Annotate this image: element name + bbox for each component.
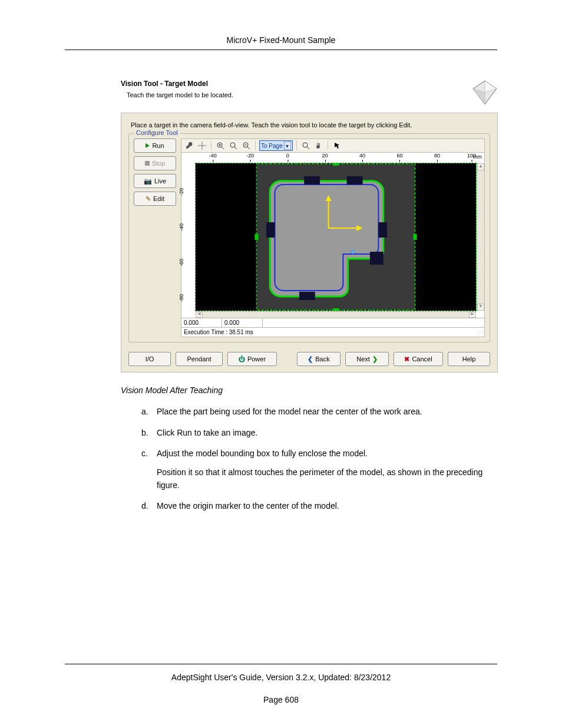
help-button[interactable]: Help (448, 352, 490, 366)
pencil-icon: ✎ (146, 195, 151, 203)
edit-label: Edit (153, 195, 164, 202)
viewer-toolbar: To Page ▾ (181, 139, 485, 152)
svg-line-10 (234, 147, 237, 149)
io-button[interactable]: I/O (128, 352, 171, 366)
camera-icon: 📷 (144, 177, 152, 185)
ruler-y: -20 -40 -60 -80 (181, 163, 196, 311)
svg-rect-18 (304, 176, 320, 185)
horizontal-scrollbar[interactable]: ◄ ► (196, 311, 476, 318)
wizard-title: Vision Tool - Target Model (121, 80, 472, 88)
pointer-icon[interactable] (332, 140, 342, 151)
step-c-note: Position it so that it almost touches th… (157, 466, 497, 492)
run-button[interactable]: Run (134, 139, 176, 153)
figure-caption: Vision Model After Teaching (121, 386, 497, 395)
magnifier-icon[interactable] (300, 140, 311, 151)
power-label: Power (247, 355, 266, 363)
power-button[interactable]: ⏻ Power (227, 352, 277, 366)
step-a: a.Place the part being used for the mode… (141, 406, 497, 419)
zoom-out-icon[interactable] (241, 140, 252, 151)
wrench-icon[interactable] (184, 140, 194, 151)
coordinate-readouts: 0.000 0.000 (181, 318, 485, 328)
svg-rect-19 (347, 176, 363, 185)
run-label: Run (152, 142, 164, 149)
chevron-down-icon: ▾ (284, 141, 291, 150)
scroll-left-icon[interactable]: ◄ (196, 312, 203, 318)
footer-text: AdeptSight User's Guide, Version 3.2.x, … (65, 673, 497, 682)
cancel-label: Cancel (412, 355, 432, 363)
stop-button[interactable]: Stop (134, 156, 176, 170)
page-number: Page 608 (65, 695, 497, 704)
help-label: Help (462, 355, 476, 363)
stop-label: Stop (152, 160, 166, 167)
play-icon (146, 143, 150, 148)
readout-x: 0.000 (181, 318, 222, 327)
scroll-right-icon[interactable]: ► (469, 312, 476, 318)
svg-line-12 (247, 147, 250, 149)
step-d: d.Move the origin marker to the center o… (141, 500, 497, 513)
camera-image[interactable] (196, 163, 476, 311)
step-c: c.Adjust the model bounding box to fully… (141, 447, 497, 492)
svg-line-6 (222, 147, 224, 149)
execution-time: Execution Time : 38.51 ms (184, 329, 253, 335)
unit-label: mm (473, 154, 482, 160)
io-label: I/O (146, 355, 154, 363)
svg-rect-22 (299, 292, 315, 300)
svg-point-14 (303, 143, 308, 147)
next-label: Next (356, 355, 370, 363)
zoom-mode-label: To Page (261, 143, 283, 149)
wizard-screenshot: Vision Tool - Target Model Teach the tar… (121, 80, 498, 373)
live-label: Live (154, 177, 166, 185)
cancel-button[interactable]: ✖ Cancel (394, 352, 443, 366)
zoom-mode-combo[interactable]: To Page ▾ (259, 140, 293, 151)
svg-rect-30 (413, 234, 416, 240)
resize-grip-icon[interactable]: ⋰ (477, 329, 482, 335)
svg-rect-32 (333, 308, 339, 311)
pan-hand-icon[interactable] (313, 140, 324, 151)
scroll-down-icon[interactable]: ▼ (477, 304, 484, 311)
image-viewport[interactable]: -40 -20 0 20 40 60 80 100 mm (181, 153, 484, 318)
wizard-panel: Place a target in the camera field-of-vi… (121, 113, 498, 373)
chevron-right-icon: ❯ (372, 355, 378, 363)
group-legend: Configure Tool (134, 129, 180, 136)
scroll-up-icon[interactable]: ▲ (477, 163, 484, 170)
zoom-in-icon[interactable] (215, 140, 226, 151)
close-icon: ✖ (404, 355, 409, 363)
ruler-x: -40 -20 0 20 40 60 80 100 (196, 153, 483, 163)
zoom-icon[interactable] (228, 140, 239, 151)
wizard-subtitle: Teach the target model to be located. (127, 91, 472, 98)
header-rule (65, 50, 497, 50)
footer-rule (65, 664, 497, 664)
pendant-label: Pendant (187, 355, 211, 363)
svg-rect-31 (333, 163, 339, 166)
svg-rect-21 (266, 222, 275, 238)
instruction-list: a.Place the part being used for the mode… (141, 406, 497, 521)
readout-y: 0.000 (222, 318, 263, 327)
crosshair-icon[interactable] (197, 140, 207, 151)
pendant-button[interactable]: Pendant (176, 352, 223, 366)
back-label: Back (315, 355, 329, 363)
step-b: b.Click Run to take an image. (141, 427, 497, 440)
next-button[interactable]: Next ❯ (345, 352, 389, 366)
running-header: MicroV+ Fixed-Mount Sample (65, 35, 497, 45)
svg-rect-23 (370, 252, 384, 265)
adept-logo-icon (472, 80, 498, 106)
power-icon: ⏻ (239, 355, 245, 363)
back-button[interactable]: ❮ Back (297, 352, 340, 366)
svg-point-9 (230, 143, 235, 147)
live-button[interactable]: 📷 Live (134, 174, 176, 188)
vertical-scrollbar[interactable]: ▲ ▼ (477, 163, 484, 311)
svg-rect-29 (254, 234, 258, 240)
instruction-text: Place a target in the camera field-of-vi… (131, 121, 490, 129)
edit-button[interactable]: ✎ Edit (134, 192, 176, 206)
svg-rect-20 (378, 222, 386, 238)
svg-line-15 (307, 147, 309, 149)
configure-tool-group: Configure Tool Run Stop 📷 Li (128, 133, 490, 342)
stop-icon (145, 161, 150, 166)
chevron-left-icon: ❮ (308, 355, 313, 363)
